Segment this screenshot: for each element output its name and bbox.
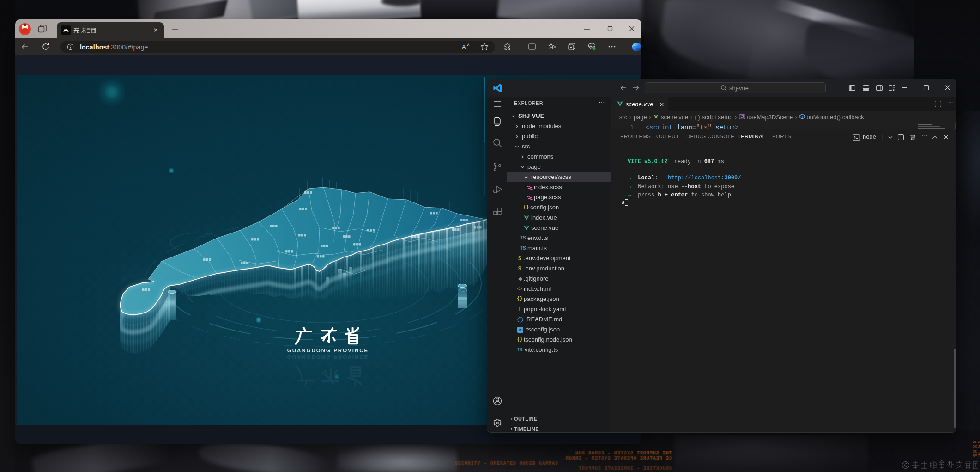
svg-text:GUANGDONG PROVINCE: GUANGDONG PROVINCE xyxy=(287,348,369,353)
svg-text:GUANGDONG PROVINCE: GUANGDONG PROVINCE xyxy=(287,354,369,360)
svg-text:A: A xyxy=(462,43,466,50)
